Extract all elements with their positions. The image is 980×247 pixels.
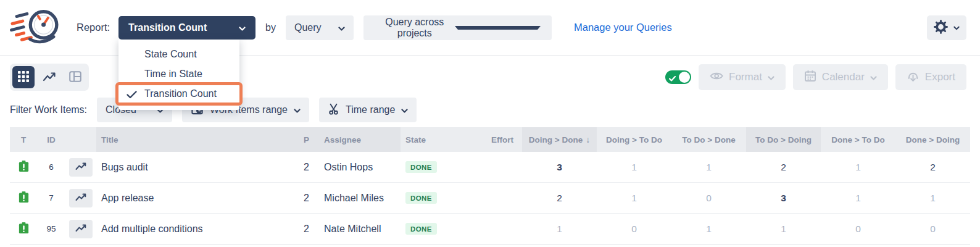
- toggle-knob: [679, 72, 690, 83]
- top-bar: Report: Transition Count State Count Tim…: [0, 0, 980, 56]
- transition-value: 1: [895, 183, 970, 213]
- state-cell: DONE: [401, 152, 488, 182]
- state-cell: DONE: [401, 183, 488, 213]
- format-label: Format: [729, 71, 762, 83]
- transition-value: 3: [522, 152, 597, 182]
- task-type-cell: [10, 214, 37, 244]
- row-chart-button[interactable]: [69, 158, 93, 177]
- green-task-icon: [17, 221, 30, 237]
- status-badge: DONE: [405, 192, 437, 204]
- menu-item-label: Transition Count: [144, 88, 217, 99]
- chevron-down-icon: [338, 22, 345, 33]
- board-view-button[interactable]: [64, 66, 86, 88]
- calendar-button[interactable]: Calendar: [793, 64, 888, 90]
- transition-count-table: T ID Title P Assignee State Effort Doing…: [10, 127, 970, 245]
- menu-item-state-count[interactable]: State Count: [118, 44, 239, 64]
- line-chart-icon: [75, 224, 86, 234]
- app-logo-icon: [10, 7, 60, 48]
- header-doing-todo[interactable]: Doing > To Do: [597, 127, 671, 152]
- group-by-select[interactable]: Query: [286, 15, 354, 40]
- header-type: T: [10, 127, 37, 152]
- task-type-cell: [10, 183, 37, 213]
- export-label: Export: [925, 71, 955, 83]
- format-toggle[interactable]: [665, 70, 691, 84]
- transition-value: 1: [671, 214, 746, 244]
- green-task-icon: [17, 190, 30, 206]
- export-button[interactable]: Export: [895, 64, 966, 90]
- status-badge: DONE: [405, 223, 437, 235]
- settings-button[interactable]: [927, 15, 966, 40]
- transition-value: 2: [522, 183, 597, 213]
- row-chart-button[interactable]: [69, 189, 93, 207]
- time-range-label: Time range: [346, 104, 395, 115]
- column-label: Doing > Done: [529, 135, 583, 144]
- effort-value: [488, 183, 522, 213]
- transition-value: 3: [746, 183, 821, 213]
- chart-view-button[interactable]: [38, 66, 60, 88]
- header-state[interactable]: State: [401, 127, 488, 152]
- effort-value: [488, 152, 522, 182]
- header-effort[interactable]: Effort: [488, 127, 522, 152]
- header-assignee[interactable]: Assignee: [314, 127, 401, 152]
- menu-item-time-in-state[interactable]: Time in State: [118, 64, 239, 84]
- gear-icon: [934, 20, 948, 36]
- chevron-down-icon: [870, 71, 877, 83]
- eye-icon: [710, 71, 723, 84]
- transition-value: 1: [821, 183, 895, 213]
- report-select[interactable]: Transition Count: [118, 16, 255, 40]
- transition-value: 1: [597, 183, 671, 213]
- work-item-title: Add multiple conditions: [96, 214, 297, 244]
- header-todo-done[interactable]: To Do > Done: [671, 127, 746, 152]
- view-switcher: [10, 64, 89, 91]
- calendar-label: Calendar: [822, 71, 865, 83]
- format-button[interactable]: Format: [699, 64, 786, 90]
- header-priority[interactable]: P: [297, 127, 314, 152]
- transition-value: 0: [671, 183, 746, 213]
- query-scope-select[interactable]: Query across projects: [363, 15, 552, 40]
- manage-queries-link[interactable]: Manage your Queries: [574, 22, 672, 33]
- transition-value: 2: [895, 152, 970, 182]
- query-scope-value: Query across projects: [375, 17, 455, 39]
- table-row: 6 Bugs audit 2 Ostin Hops DONE 3 1 1 2 1…: [10, 152, 970, 183]
- work-item-id: 6: [37, 152, 65, 182]
- line-chart-icon: [75, 193, 86, 203]
- scissors-icon: [328, 103, 339, 117]
- report-select-value: Transition Count: [128, 22, 207, 33]
- header-todo-doing[interactable]: To Do > Doing: [746, 127, 821, 152]
- menu-item-label: State Count: [144, 49, 197, 60]
- chart-cell: [65, 214, 96, 244]
- check-icon: [127, 90, 137, 101]
- priority-value: 2: [297, 214, 314, 244]
- header-done-todo[interactable]: Done > To Do: [821, 127, 895, 152]
- grid-view-button[interactable]: [12, 66, 35, 88]
- row-chart-button[interactable]: [69, 220, 93, 238]
- menu-item-transition-count[interactable]: Transition Count: [118, 84, 239, 104]
- header-doing-done[interactable]: Doing > Done ↓: [522, 127, 597, 152]
- header-id[interactable]: ID: [37, 127, 65, 152]
- calendar-icon: [804, 70, 816, 85]
- table-header: T ID Title P Assignee State Effort Doing…: [10, 127, 970, 152]
- transition-value: 1: [522, 214, 597, 244]
- chevron-down-icon: [953, 23, 960, 32]
- caret-down-icon: [455, 26, 541, 30]
- header-title[interactable]: Title: [96, 127, 297, 152]
- header-done-doing[interactable]: Done > Doing: [895, 127, 970, 152]
- assignee-value: Michael Miles: [314, 183, 401, 213]
- transition-value: 0: [597, 214, 671, 244]
- chevron-down-icon: [768, 71, 774, 83]
- time-range-select[interactable]: Time range: [319, 98, 417, 122]
- transition-value: 1: [671, 152, 746, 182]
- export-icon: [907, 70, 920, 85]
- sort-desc-icon: ↓: [586, 135, 590, 144]
- table-row: 7 App release 2 Michael Miles DONE 2 1 0…: [10, 183, 970, 214]
- right-tools: Format Calendar: [665, 64, 966, 90]
- effort-value: [488, 214, 522, 244]
- grid-view-icon: [18, 71, 29, 84]
- transition-value: 0: [821, 214, 895, 244]
- assignee-value: Ostin Hops: [314, 152, 401, 182]
- check-icon: [669, 74, 676, 83]
- chevron-down-icon: [294, 104, 301, 115]
- transition-value: 1: [746, 214, 821, 244]
- assignee-value: Nate Mitchell: [314, 214, 401, 244]
- board-view-icon: [69, 71, 81, 84]
